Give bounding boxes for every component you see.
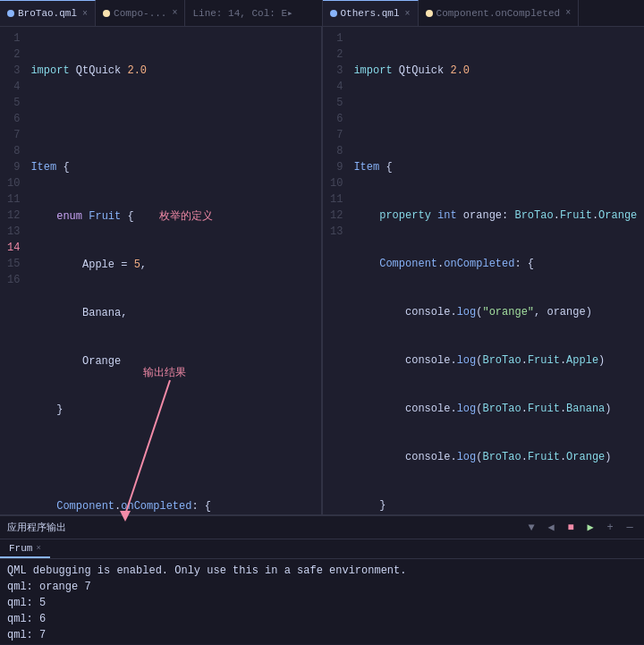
output-panel: 应用程序输出 ▼ ◀ ■ ▶ + — Frum × QML debugging … — [0, 514, 644, 644]
tab-bar-left: BroTao.qml × Compo-... × Line: 14, Col: … — [0, 0, 323, 26]
code-line-l2 — [27, 111, 321, 127]
tab-dot-brotao — [7, 10, 14, 17]
rln-1: 1 — [330, 30, 343, 47]
code-line-l10: Component.onCompleted: { — [27, 498, 321, 514]
rln-12: 12 — [330, 208, 343, 224]
console-line-2: qml: 5 — [7, 595, 637, 611]
ln-8: 8 — [7, 143, 20, 159]
tab-dot-compo — [103, 10, 110, 17]
rln-11: 11 — [330, 191, 343, 208]
console-line-1: qml: orange 7 — [7, 579, 637, 595]
ln-5: 5 — [7, 95, 20, 111]
tab-bar-right: Others.qml × Component.onCompleted × — [323, 0, 645, 26]
editor-left: 1 2 3 4 5 6 7 8 9 10 11 12 13 14 15 16 i… — [0, 27, 323, 514]
rln-3: 3 — [330, 63, 343, 79]
toolbar-btn-left[interactable]: ◀ — [544, 521, 558, 535]
console-line-5: qml: 5 — [7, 643, 637, 644]
rln-6: 6 — [330, 111, 343, 127]
code-line-l7: Orange — [27, 353, 321, 369]
code-line-r8: console.log(BroTao.Fruit.Banana) — [350, 401, 644, 417]
code-container-right: 1 2 3 4 5 6 7 8 9 10 11 12 13 import QtQ… — [323, 27, 644, 514]
toolbar-btn-play[interactable]: ▶ — [583, 521, 597, 535]
rln-2: 2 — [330, 47, 343, 63]
tab-close-brotao[interactable]: × — [82, 9, 88, 19]
tab-dot-others — [330, 10, 337, 17]
tab-label-brotao: BroTao.qml — [18, 8, 77, 19]
tab-component[interactable]: Component.onCompleted × — [419, 0, 580, 26]
tab-brotao[interactable]: BroTao.qml × — [0, 0, 96, 26]
output-toolbar: 应用程序输出 ▼ ◀ ■ ▶ + — — [0, 516, 644, 539]
ln-2: 2 — [7, 47, 20, 63]
code-line-r9: console.log(BroTao.Fruit.Orange) — [350, 449, 644, 465]
ln-14: 14 — [7, 240, 20, 256]
ln-16: 16 — [7, 272, 20, 288]
ln-3: 3 — [7, 63, 20, 79]
tab-others[interactable]: Others.qml × — [323, 0, 419, 26]
rln-8: 8 — [330, 143, 343, 159]
code-line-l6: Banana, — [27, 305, 321, 321]
toolbar-btn-stop[interactable]: ■ — [564, 521, 578, 535]
ln-7: 7 — [7, 127, 20, 143]
output-tabs: Frum × — [0, 539, 644, 559]
ln-4: 4 — [7, 79, 20, 95]
line-numbers-right: 1 2 3 4 5 6 7 8 9 10 11 12 13 — [323, 27, 350, 514]
code-line-r4: property int orange: BroTao.Fruit.Orange — [350, 208, 644, 224]
code-line-r7: console.log(BroTao.Fruit.Apple) — [350, 352, 644, 369]
line-numbers-left: 1 2 3 4 5 6 7 8 9 10 11 12 13 14 15 16 — [0, 27, 27, 514]
ln-13: 13 — [7, 224, 20, 240]
toolbar-btn-down[interactable]: ▼ — [524, 521, 538, 535]
tab-close-compo[interactable]: × — [172, 8, 177, 18]
output-tab-label: Frum — [9, 543, 32, 554]
code-line-l3: Item { — [27, 159, 321, 175]
ln-12: 12 — [7, 208, 20, 224]
rln-5: 5 — [330, 95, 343, 111]
rln-13: 13 — [330, 224, 343, 240]
code-line-l9 — [27, 450, 321, 466]
tab-close-others[interactable]: × — [405, 9, 411, 19]
output-content[interactable]: QML debugging is enabled. Only use this … — [0, 559, 644, 644]
rln-4: 4 — [330, 79, 343, 95]
editor-info-left: Line: 14, Col: E▸ — [185, 7, 300, 19]
console-line-4: qml: 7 — [7, 627, 637, 643]
tab-label-compo: Compo-... — [114, 8, 166, 19]
code-line-l5: Apple = 5, — [27, 257, 321, 273]
code-container-left: 1 2 3 4 5 6 7 8 9 10 11 12 13 14 15 16 i… — [0, 27, 321, 514]
tab-label-component: Component.onCompleted — [436, 8, 561, 19]
code-line-r1: import QtQuick 2.0 — [350, 63, 644, 79]
ln-6: 6 — [7, 111, 20, 127]
code-line-l8: } — [27, 402, 321, 418]
code-line-l4: enum Fruit { 枚举的定义 — [27, 208, 321, 225]
tab-close-component[interactable]: × — [565, 8, 571, 18]
rln-10: 10 — [330, 175, 343, 191]
tab-label-others: Others.qml — [341, 8, 400, 19]
output-tab-close[interactable]: × — [36, 544, 40, 553]
rln-7: 7 — [330, 127, 343, 143]
toolbar-btn-minus[interactable]: — — [623, 521, 637, 535]
ln-15: 15 — [7, 256, 20, 272]
tab-bar: BroTao.qml × Compo-... × Line: 14, Col: … — [0, 0, 644, 27]
editor-right: 1 2 3 4 5 6 7 8 9 10 11 12 13 import QtQ… — [323, 27, 644, 514]
code-line-r2 — [350, 111, 644, 127]
code-content-left[interactable]: import QtQuick 2.0 Item { enum Fruit { 枚… — [27, 27, 321, 514]
code-line-l1: import QtQuick 2.0 — [27, 63, 321, 79]
code-content-right[interactable]: import QtQuick 2.0 Item { property int o… — [350, 27, 644, 514]
code-line-r3: Item { — [350, 159, 644, 175]
ln-10: 10 — [7, 175, 20, 191]
toolbar-btn-add[interactable]: + — [603, 521, 617, 535]
code-line-r6: console.log("orange", orange) — [350, 304, 644, 320]
ln-9: 9 — [7, 159, 20, 175]
rln-9: 9 — [330, 159, 343, 175]
tab-compo[interactable]: Compo-... × — [96, 0, 185, 26]
ln-11: 11 — [7, 191, 20, 208]
output-tab-frum[interactable]: Frum × — [0, 539, 50, 558]
editor-area: 1 2 3 4 5 6 7 8 9 10 11 12 13 14 15 16 i… — [0, 27, 644, 514]
console-line-3: qml: 6 — [7, 611, 637, 627]
code-line-r5: Component.onCompleted: { — [350, 256, 644, 272]
code-line-r10: } — [350, 497, 644, 513]
console-line-0: QML debugging is enabled. Only use this … — [7, 563, 637, 579]
output-toolbar-label: 应用程序输出 — [7, 521, 66, 534]
ln-1: 1 — [7, 30, 20, 47]
tab-dot-component — [426, 10, 433, 17]
